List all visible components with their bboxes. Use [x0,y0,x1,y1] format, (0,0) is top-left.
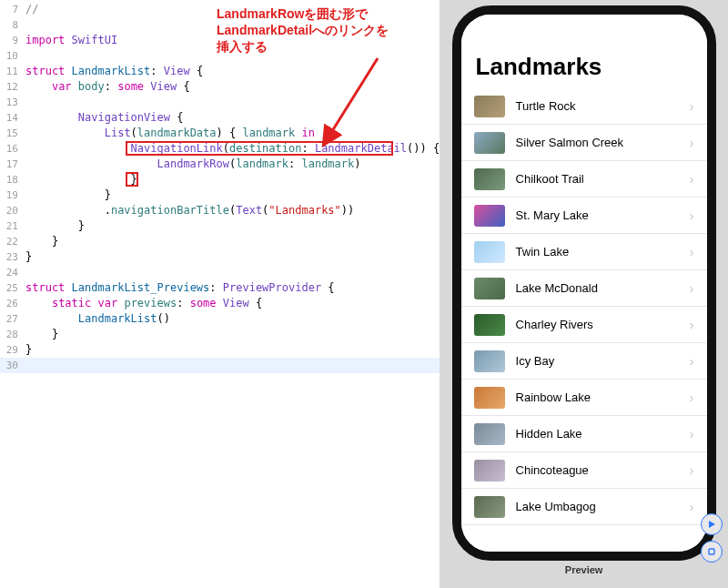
landmark-label: Chincoteague [516,463,690,477]
list-item[interactable]: Lake McDonald› [461,270,707,307]
code-content[interactable]: } [25,342,440,358]
line-number: 10 [0,48,25,64]
code-editor[interactable]: 7//89import SwiftUI1011struct LandmarkLi… [0,0,440,588]
list-item[interactable]: Chincoteague› [461,452,707,489]
code-line[interactable]: 30 [0,358,440,373]
chevron-right-icon: › [690,208,694,223]
code-content[interactable]: static var previews: some View { [25,296,440,311]
code-line[interactable]: 11struct LandmarkList: View { [0,64,440,79]
code-content[interactable]: var body: some View { [25,79,440,95]
landmark-thumbnail [474,96,505,117]
code-line[interactable]: 23} [0,249,440,265]
code-content[interactable]: .navigationBarTitle(Text("Landmarks")) [25,203,440,218]
code-content[interactable]: struct LandmarkList_Previews: PreviewPro… [25,280,440,296]
list-item[interactable]: St. Mary Lake› [461,198,707,234]
code-line[interactable]: 20 .navigationBarTitle(Text("Landmarks")… [0,203,440,218]
code-content[interactable] [25,265,440,280]
code-line[interactable]: 21 } [0,218,440,234]
landmark-thumbnail [474,278,505,299]
line-number: 18 [0,172,25,188]
list-item[interactable]: Silver Salmon Creek› [461,125,707,161]
landmark-thumbnail [474,205,505,227]
code-content[interactable]: } [25,234,440,249]
svg-rect-0 [709,549,714,554]
code-line[interactable]: 16 NavigationLink(destination: LandmarkD… [0,141,440,157]
code-line[interactable]: 24 [0,265,440,280]
line-number: 9 [0,33,25,48]
line-number: 11 [0,64,25,79]
landmark-label: Turtle Rock [516,99,690,113]
landmark-thumbnail [474,350,505,372]
list-item[interactable]: Hidden Lake› [461,416,707,452]
list-item[interactable]: Charley Rivers› [461,307,707,343]
list-item[interactable]: Icy Bay› [461,343,707,380]
code-line[interactable]: 27 LandmarkList() [0,311,440,327]
preview-side-buttons [701,513,723,563]
code-content[interactable]: } [25,249,440,265]
landmark-label: Rainbow Lake [516,390,690,404]
line-number: 21 [0,218,25,234]
code-line[interactable]: 14 NavigationView { [0,110,440,126]
list-item[interactable]: Turtle Rock› [461,88,707,125]
code-content[interactable]: LandmarkRow(landmark: landmark) [25,157,440,172]
landmark-thumbnail [474,168,505,190]
chevron-right-icon: › [690,135,694,150]
code-content[interactable]: NavigationLink(destination: LandmarkDeta… [25,141,440,157]
landmark-thumbnail [474,423,505,445]
code-content[interactable]: List(landmarkData) { landmark in [25,126,440,141]
line-number: 13 [0,95,25,110]
code-content[interactable]: } [25,327,440,342]
code-line[interactable]: 13 [0,95,440,110]
code-line[interactable]: 25struct LandmarkList_Previews: PreviewP… [0,280,440,296]
list-item[interactable]: Chilkoot Trail› [461,161,707,198]
landmark-thumbnail [474,241,505,263]
code-content[interactable]: } [25,218,440,234]
landmark-label: Lake Umbagog [516,500,690,513]
code-content[interactable]: } [25,172,440,188]
line-number: 25 [0,280,25,296]
line-number: 23 [0,249,25,265]
line-number: 30 [0,358,25,373]
line-number: 16 [0,141,25,157]
pin-button[interactable] [701,541,723,563]
code-line[interactable]: 17 LandmarkRow(landmark: landmark) [0,157,440,172]
code-content[interactable]: } [25,188,440,203]
landmark-list[interactable]: Turtle Rock›Silver Salmon Creek›Chilkoot… [461,88,707,552]
phone-frame: Landmarks Turtle Rock›Silver Salmon Cree… [452,5,716,561]
code-line[interactable]: 12 var body: some View { [0,79,440,95]
list-item[interactable]: Lake Umbagog› [461,489,707,525]
landmark-label: Charley Rivers [516,318,690,331]
code-content[interactable] [25,358,440,373]
line-number: 12 [0,79,25,95]
code-line[interactable]: 29} [0,342,440,358]
code-line[interactable]: 19 } [0,188,440,203]
code-content[interactable]: struct LandmarkList: View { [25,64,440,79]
landmark-label: Twin Lake [516,245,690,259]
list-item[interactable]: Rainbow Lake› [461,380,707,416]
phone-screen: Landmarks Turtle Rock›Silver Salmon Cree… [461,15,707,552]
code-content[interactable] [25,95,440,110]
code-content[interactable]: LandmarkList() [25,311,440,327]
chevron-right-icon: › [690,353,694,369]
landmark-thumbnail [474,132,505,154]
landmark-label: Chilkoot Trail [516,172,690,186]
landmark-thumbnail [474,314,505,336]
preview-pane: すべての行に リンクのマークが 表示される Landmarks Turtle R… [440,0,728,588]
line-number: 29 [0,342,25,358]
list-item[interactable]: Twin Lake› [461,234,707,270]
code-content[interactable]: NavigationView { [25,110,440,126]
chevron-right-icon: › [690,426,694,441]
play-button[interactable] [701,513,723,535]
annotation-editor: LandmarkRowを囲む形でLandmarkDetailへのリンクを挿入する [217,5,389,56]
code-line[interactable]: 18 } [0,172,440,188]
code-line[interactable]: 22 } [0,234,440,249]
landmark-label: Icy Bay [516,354,690,368]
line-number: 19 [0,188,25,203]
code-line[interactable]: 15 List(landmarkData) { landmark in [0,126,440,141]
line-number: 7 [0,2,25,17]
code-line[interactable]: 28 } [0,327,440,342]
code-line[interactable]: 26 static var previews: some View { [0,296,440,311]
line-number: 15 [0,126,25,141]
chevron-right-icon: › [690,171,694,187]
landmark-thumbnail [474,387,505,409]
